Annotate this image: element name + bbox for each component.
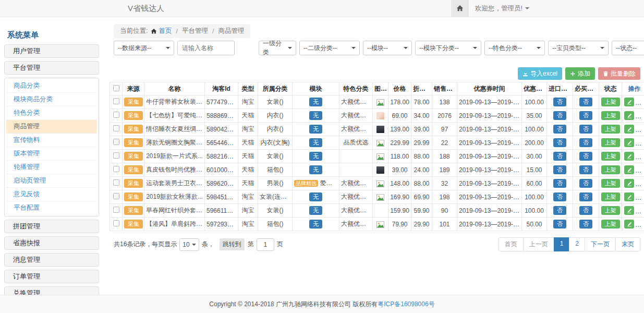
jump-page-input[interactable] bbox=[257, 238, 274, 251]
sidebar-group-省惠快报[interactable]: 省惠快报 bbox=[4, 236, 99, 250]
status-badge[interactable]: 上架 bbox=[601, 165, 620, 174]
import-excel-button[interactable]: 导入excel bbox=[518, 67, 562, 80]
row-checkbox[interactable] bbox=[113, 112, 119, 118]
module-badge[interactable]: 无 bbox=[309, 98, 322, 106]
module-badge[interactable]: 无 bbox=[309, 165, 322, 174]
sidebar-group-消息管理[interactable]: 消息管理 bbox=[4, 253, 99, 267]
filter-select[interactable]: --宝贝类型-- bbox=[548, 41, 609, 55]
sidebar-item-平台配置[interactable]: 平台配置 bbox=[6, 201, 97, 215]
sidebar-item-宣传物料[interactable]: 宣传物料 bbox=[6, 134, 97, 147]
per-page-select[interactable]: 10 bbox=[179, 238, 199, 251]
edit-button[interactable] bbox=[624, 138, 634, 147]
module-badge[interactable]: 无 bbox=[309, 220, 322, 228]
module-badge[interactable]: 无 bbox=[309, 192, 322, 201]
edit-button[interactable] bbox=[624, 165, 634, 174]
sidebar-item-版本管理[interactable]: 版本管理 bbox=[6, 147, 97, 161]
edit-button[interactable] bbox=[624, 152, 634, 161]
sidebar-item-意见反馈[interactable]: 意见反馈 bbox=[6, 188, 97, 201]
status-badge[interactable]: 上架 bbox=[601, 206, 620, 215]
filter-select[interactable]: --数据来源-- bbox=[114, 41, 174, 55]
row-checkbox[interactable] bbox=[113, 193, 119, 199]
must-buy-badge[interactable]: 否 bbox=[579, 179, 592, 188]
sidebar-group-订单管理[interactable]: 订单管理 bbox=[4, 270, 99, 283]
status-badge[interactable]: 上架 bbox=[601, 152, 620, 161]
page-button-1[interactable]: 1 bbox=[554, 237, 570, 251]
home-button[interactable] bbox=[451, 0, 469, 17]
row-checkbox[interactable] bbox=[113, 179, 119, 186]
edit-button[interactable] bbox=[624, 220, 634, 228]
module-badge[interactable]: 无 bbox=[309, 138, 322, 147]
import-select-badge[interactable]: 否 bbox=[553, 138, 566, 147]
import-select-badge[interactable]: 否 bbox=[553, 98, 566, 106]
sidebar-item-启动页管理[interactable]: 启动页管理 bbox=[6, 174, 97, 188]
sidebar-item-模块商品分类[interactable]: 模块商品分类 bbox=[6, 93, 97, 106]
filter-select[interactable]: --二级分类-- bbox=[299, 41, 360, 55]
import-select-badge[interactable]: 否 bbox=[553, 165, 566, 174]
module-badge[interactable]: 无 bbox=[309, 206, 322, 215]
edit-button[interactable] bbox=[624, 192, 634, 201]
filter-select[interactable]: --特色分类-- bbox=[484, 41, 545, 55]
import-select-badge[interactable]: 否 bbox=[553, 206, 566, 215]
edit-button[interactable] bbox=[624, 179, 634, 188]
module-badge[interactable]: 品牌精选 bbox=[294, 180, 318, 187]
status-badge[interactable]: 上架 bbox=[601, 220, 620, 228]
page-button-下一页[interactable]: 下一页 bbox=[585, 237, 616, 251]
status-badge[interactable]: 上架 bbox=[601, 98, 620, 106]
import-select-badge[interactable]: 否 bbox=[553, 192, 566, 201]
import-select-badge[interactable]: 否 bbox=[553, 220, 566, 228]
must-buy-badge[interactable]: 否 bbox=[579, 220, 592, 228]
breadcrumb-home-link[interactable]: 首页 bbox=[159, 27, 172, 35]
must-buy-badge[interactable]: 否 bbox=[579, 165, 592, 174]
status-badge[interactable]: 上架 bbox=[601, 192, 620, 201]
user-menu[interactable]: 欢迎您，管理员! bbox=[469, 0, 536, 17]
import-select-badge[interactable]: 否 bbox=[553, 111, 566, 120]
must-buy-badge[interactable]: 否 bbox=[579, 138, 592, 147]
edit-button[interactable] bbox=[624, 111, 634, 120]
status-badge[interactable]: 上架 bbox=[601, 125, 620, 134]
module-badge[interactable]: 无 bbox=[309, 152, 322, 161]
name-filter-input[interactable] bbox=[177, 41, 235, 55]
icp-link[interactable]: 粤ICP备16098006号 bbox=[378, 300, 434, 308]
edit-button[interactable] bbox=[624, 206, 634, 215]
sidebar-group-兑换管理[interactable]: 兑换管理 bbox=[4, 286, 99, 295]
edit-button[interactable] bbox=[624, 125, 634, 134]
row-checkbox[interactable] bbox=[113, 220, 119, 226]
import-select-badge[interactable]: 否 bbox=[553, 152, 566, 161]
must-buy-badge[interactable]: 否 bbox=[579, 192, 592, 201]
filter-select[interactable]: --状态-- bbox=[612, 41, 644, 55]
select-all-checkbox[interactable] bbox=[113, 85, 119, 91]
sidebar-item-商品分类[interactable]: 商品分类 bbox=[6, 79, 97, 93]
row-checkbox[interactable] bbox=[113, 139, 119, 145]
page-button-2[interactable]: 2 bbox=[569, 237, 585, 251]
batch-delete-button[interactable]: 批量删除 bbox=[598, 67, 640, 80]
jump-to-button[interactable]: 跳转到 bbox=[220, 238, 245, 250]
sidebar-item-特色分类[interactable]: 特色分类 bbox=[6, 106, 97, 120]
row-checkbox[interactable] bbox=[113, 207, 119, 213]
module-badge[interactable]: 无 bbox=[309, 125, 322, 134]
edit-button[interactable] bbox=[624, 98, 634, 106]
filter-select[interactable]: 一级分类 bbox=[259, 41, 296, 55]
sidebar-group-用户管理[interactable]: 用户管理 bbox=[4, 44, 99, 58]
module-badge[interactable]: 无 bbox=[309, 111, 322, 120]
filter-select[interactable]: --模块下分类-- bbox=[415, 41, 481, 55]
status-badge[interactable]: 上架 bbox=[601, 111, 620, 120]
must-buy-badge[interactable]: 否 bbox=[579, 125, 592, 134]
must-buy-badge[interactable]: 否 bbox=[579, 152, 592, 161]
sidebar-item-商品管理[interactable]: 商品管理 bbox=[6, 120, 97, 134]
must-buy-badge[interactable]: 否 bbox=[579, 206, 592, 215]
row-checkbox[interactable] bbox=[113, 125, 119, 131]
add-button[interactable]: 添加 bbox=[565, 67, 595, 80]
import-select-badge[interactable]: 否 bbox=[553, 125, 566, 134]
row-checkbox[interactable] bbox=[113, 152, 119, 159]
sidebar-group-拼团管理[interactable]: 拼团管理 bbox=[4, 220, 99, 233]
status-badge[interactable]: 上架 bbox=[601, 179, 620, 188]
page-button-末页[interactable]: 末页 bbox=[615, 237, 640, 251]
status-badge[interactable]: 上架 bbox=[601, 138, 620, 147]
sidebar-group-平台管理[interactable]: 平台管理 bbox=[4, 61, 99, 75]
row-checkbox[interactable] bbox=[113, 98, 119, 104]
row-checkbox[interactable] bbox=[113, 166, 119, 172]
must-buy-badge[interactable]: 否 bbox=[579, 98, 592, 106]
filter-select[interactable]: --模块-- bbox=[363, 41, 412, 55]
import-select-badge[interactable]: 否 bbox=[553, 179, 566, 188]
must-buy-badge[interactable]: 否 bbox=[579, 111, 592, 120]
